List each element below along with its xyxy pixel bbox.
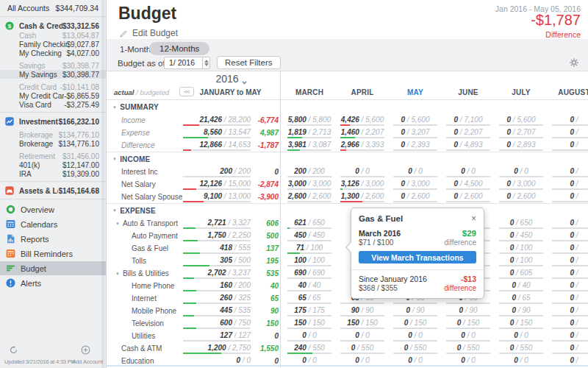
budget-cell-total[interactable]: 418 / 555: [183, 244, 251, 254]
sidebar-account-cash[interactable]: Cash$13,054.87: [0, 31, 106, 40]
sidebar-account-401-k[interactable]: 401(k)$12,147.00: [0, 160, 106, 169]
sidebar-account-brokerage[interactable]: Brokerage$134,776.10: [0, 130, 106, 139]
budget-cell-month-march[interactable]: 40 / 40: [283, 281, 336, 291]
month-column-header-august[interactable]: AUGUST: [548, 88, 588, 96]
budget-cell-month-july[interactable]: 0 / 3,000: [495, 180, 548, 190]
budget-cell-month-july[interactable]: 0 / 2,600: [495, 192, 548, 202]
budget-cell-month-march[interactable]: 450 / 450: [283, 231, 336, 241]
sidebar-account-assets-loans[interactable]: Assets & Loans$145,164.68: [0, 185, 106, 196]
sidebar-item-alerts[interactable]: Alerts: [0, 276, 106, 290]
row-label[interactable]: Tolls: [107, 257, 183, 265]
sidebar-account-cash-credit[interactable]: $Cash & Credit$33,312.56: [0, 21, 106, 31]
sidebar-account-family-checking[interactable]: Family Checking$9,027.87: [0, 40, 106, 49]
year-selector[interactable]: 2016: [180, 73, 283, 85]
month-column-header-may[interactable]: MAY: [389, 88, 442, 96]
budget-cell-month-august[interactable]: 0 /: [548, 306, 588, 316]
row-label[interactable]: Mobile Phone: [107, 307, 183, 315]
budget-cell-month-march[interactable]: 1,819 / 2,713: [283, 128, 336, 138]
row-label[interactable]: Education: [107, 357, 183, 365]
budget-cell-total[interactable]: 8,560 / 13,547: [183, 128, 251, 138]
budget-cell-month-may[interactable]: 0 / 90: [389, 306, 442, 316]
budget-cell-month-march[interactable]: 240 / 550: [283, 344, 336, 354]
budget-cell-month-march[interactable]: 100 / 100: [283, 256, 336, 266]
month-column-header-april[interactable]: APRIL: [336, 88, 389, 96]
budget-cell-month-august[interactable]: 0 /: [548, 116, 588, 126]
budget-cell-month-march[interactable]: 71 / 100: [283, 244, 336, 254]
budget-cell-total[interactable]: 200 / 200: [183, 167, 251, 177]
budget-cell-total[interactable]: 600 / 750: [183, 319, 251, 329]
row-label[interactable]: Income: [107, 116, 183, 124]
add-account-button[interactable]: Add Account: [72, 358, 103, 365]
toggle-option-12-months[interactable]: 12-Months: [149, 42, 209, 55]
row-label[interactable]: ▼Bills & Utilities: [107, 269, 183, 277]
budget-cell-month-july[interactable]: 0 / 40: [495, 281, 548, 291]
row-label[interactable]: Gas & Fuel: [107, 244, 183, 252]
budget-cell-total[interactable]: 9,100 / 13,000: [183, 192, 251, 202]
sidebar-account-credit-card[interactable]: Credit Card-$10,141.08: [0, 82, 106, 91]
budget-cell-month-july[interactable]: 0 / 100: [495, 244, 548, 254]
budget-row-net-salary-spouse[interactable]: Net Salary Spouse9,100 / 13,000-3,9002,6…: [107, 191, 588, 203]
budget-cell-month-march[interactable]: 175 / 175: [283, 306, 336, 316]
reset-filters-button[interactable]: Reset Filters: [217, 56, 281, 69]
budget-cell-month-april[interactable]: 90 / 90: [336, 306, 389, 316]
budget-cell-month-june[interactable]: 0 / 150: [442, 319, 495, 329]
budget-cell-month-july[interactable]: 0 / 550: [495, 344, 548, 354]
budget-row-home-phone[interactable]: Home Phone160 / 2004040 / 400 / 400 / 40…: [107, 280, 588, 292]
budget-cell-month-may[interactable]: 0 / 0: [389, 331, 442, 342]
budget-cell-month-may[interactable]: 0 / 550: [389, 344, 442, 354]
sidebar-item-budget[interactable]: Budget: [0, 261, 106, 275]
sidebar-account-ira[interactable]: IRA$19,309.00: [0, 169, 106, 178]
budget-cell-month-march[interactable]: 3,981 / 3,087: [283, 141, 336, 151]
row-label[interactable]: Cash & ATM: [107, 344, 183, 353]
budget-cell-total[interactable]: 127 / 127: [183, 331, 251, 342]
budget-cell-month-april[interactable]: 0 / 0: [336, 331, 389, 342]
sidebar-account-visa-card[interactable]: Visa Card-$3,275.49: [0, 100, 106, 109]
budget-cell-month-august[interactable]: 0 /: [548, 319, 588, 329]
budget-cell-month-april[interactable]: 4,426 / 5,600: [336, 116, 389, 126]
stepper-down-icon[interactable]: [204, 63, 209, 66]
budget-row-bills-utilities[interactable]: ▼Bills & Utilities2,702 / 3,237535690 / …: [107, 267, 588, 280]
budget-cell-month-may[interactable]: 0 / 5,600: [389, 116, 442, 126]
budget-row-tolls[interactable]: Tolls305 / 500195100 / 1000 / 1000 / 100…: [107, 255, 588, 267]
budget-cell-total[interactable]: 160 / 200: [183, 281, 251, 291]
horizontal-scroll-edge[interactable]: [107, 365, 588, 367]
budget-cell-month-april[interactable]: 0 / 550: [336, 344, 389, 354]
budget-cell-month-april[interactable]: 1,300 / 2,600: [336, 192, 389, 202]
budget-row-auto-transport[interactable]: ▼Auto & Transport2,721 / 3,327606621 / 6…: [107, 217, 588, 230]
budget-cell-total[interactable]: 21,426 / 28,200: [183, 116, 251, 126]
budget-cell-month-june[interactable]: 0 / 550: [442, 344, 495, 354]
view-march-transactions-button[interactable]: View March Transactions: [359, 251, 476, 263]
budget-cell-month-march[interactable]: 621 / 650: [283, 219, 336, 229]
budget-cell-month-august[interactable]: 0 /: [548, 344, 588, 354]
budget-cell-month-july[interactable]: 0 / 90: [495, 306, 548, 316]
row-label[interactable]: Internet: [107, 294, 183, 302]
sidebar-item-reports[interactable]: Reports: [0, 232, 106, 246]
budget-cell-month-march[interactable]: 2,600 / 2,600: [283, 192, 336, 202]
budget-cell-month-june[interactable]: 0 / 0: [442, 331, 495, 342]
budget-row-auto-payment[interactable]: Auto Payment1,750 / 2,250500450 / 4500 /…: [107, 230, 588, 242]
budget-cell-month-may[interactable]: 0 / 2,600: [389, 192, 442, 202]
budget-cell-month-april[interactable]: 3,126 / 3,000: [336, 180, 389, 190]
budget-cell-month-july[interactable]: 0 / 0: [495, 331, 548, 342]
month-column-header-july[interactable]: JULY: [495, 88, 548, 96]
budget-cell-month-august[interactable]: 0 /: [548, 256, 588, 266]
row-label[interactable]: Expense: [107, 129, 183, 137]
budget-cell-month-march[interactable]: 3,000 / 3,000: [283, 180, 336, 190]
budget-row-cash-atm[interactable]: Cash & ATM1,200 / 2,7501,550240 / 5500 /…: [107, 342, 588, 355]
budget-cell-month-june[interactable]: 0 / 2,207: [442, 128, 495, 138]
budget-row-difference[interactable]: Difference12,866 / 14,653-1,7873,981 / 3…: [107, 139, 588, 152]
refresh-icon[interactable]: [9, 344, 18, 354]
disclosure-triangle-icon[interactable]: ▼: [115, 272, 120, 276]
budget-cell-month-august[interactable]: 0 /: [548, 331, 588, 342]
budget-cell-month-may[interactable]: 0 / 3,207: [389, 128, 442, 138]
budget-cell-month-august[interactable]: 0 /: [548, 128, 588, 138]
budget-row-income[interactable]: Income21,426 / 28,200-6,7745,800 / 5,800…: [107, 114, 588, 127]
budget-cell-month-june[interactable]: 0 / 90: [442, 306, 495, 316]
sidebar-account-brokerage[interactable]: Brokerage$134,776.10: [0, 139, 106, 148]
gear-icon[interactable]: [569, 57, 579, 68]
budget-cell-month-august[interactable]: 0 /: [548, 141, 588, 151]
budget-cell-month-august[interactable]: 0 /: [548, 167, 588, 177]
budget-cell-total[interactable]: 1,750 / 2,250: [183, 231, 251, 241]
budget-cell-month-august[interactable]: 0 /: [548, 244, 588, 254]
row-label[interactable]: Home Phone: [107, 282, 183, 290]
